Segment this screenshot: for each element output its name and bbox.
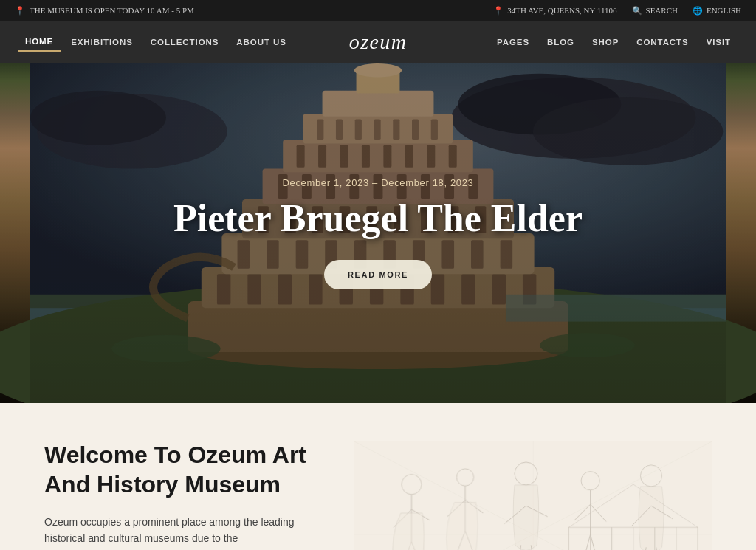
hero-date: December 1, 2023 – December 18, 2023 xyxy=(173,177,583,188)
hero-section: December 1, 2023 – December 18, 2023 Pie… xyxy=(0,63,756,403)
welcome-description: Ozeum occupies a prominent place among t… xyxy=(44,514,325,547)
top-bar: 📍 THE MUSEUM IS OPEN TODAY 10 AM - 5 PM … xyxy=(0,0,756,21)
top-bar-left: 📍 THE MUSEUM IS OPEN TODAY 10 AM - 5 PM xyxy=(15,6,194,16)
museum-hours: THE MUSEUM IS OPEN TODAY 10 AM - 5 PM xyxy=(30,6,194,15)
address-text: 34TH AVE, QUEENS, NY 11106 xyxy=(507,6,616,15)
map-icon: 📍 xyxy=(493,6,504,16)
hero-cta-button[interactable]: READ MORE xyxy=(324,260,432,289)
welcome-sketch xyxy=(354,440,712,550)
site-logo[interactable]: ozeum xyxy=(349,30,408,54)
location-pin-icon: 📍 xyxy=(15,6,25,16)
welcome-image xyxy=(354,440,712,550)
search-label: SEARCH xyxy=(646,6,678,15)
nav-item-visit[interactable]: VISIT xyxy=(699,33,738,51)
language-item[interactable]: 🌐 ENGLISH xyxy=(693,6,741,16)
globe-icon: 🌐 xyxy=(693,6,703,16)
nav-item-about[interactable]: ABOUT US xyxy=(229,33,293,51)
nav-item-blog[interactable]: BLOG xyxy=(540,33,582,51)
hero-content: December 1, 2023 – December 18, 2023 Pie… xyxy=(159,162,597,304)
nav-item-home[interactable]: HOME xyxy=(18,32,61,52)
welcome-section: Welcome To Ozeum Art And History Museum … xyxy=(0,403,756,550)
nav-left: HOME EXHIBITIONS COLLECTIONS ABOUT US xyxy=(18,32,294,52)
nav-item-exhibitions[interactable]: EXHIBITIONS xyxy=(63,33,140,51)
address-item: 📍 34TH AVE, QUEENS, NY 11106 xyxy=(493,6,616,16)
hero-title: Pieter Bruegel The Elder xyxy=(173,197,583,239)
language-label: ENGLISH xyxy=(707,6,741,15)
main-nav: HOME EXHIBITIONS COLLECTIONS ABOUT US oz… xyxy=(0,21,756,63)
nav-item-collections[interactable]: COLLECTIONS xyxy=(143,33,227,51)
search-icon: 🔍 xyxy=(632,6,642,16)
nav-item-pages[interactable]: PAGES xyxy=(489,33,537,51)
welcome-title: Welcome To Ozeum Art And History Museum xyxy=(44,440,325,499)
welcome-text: Welcome To Ozeum Art And History Museum … xyxy=(44,440,325,550)
search-item[interactable]: 🔍 SEARCH xyxy=(632,6,678,16)
top-bar-right: 📍 34TH AVE, QUEENS, NY 11106 🔍 SEARCH 🌐 … xyxy=(493,6,741,16)
nav-right: PAGES BLOG SHOP CONTACTS VISIT xyxy=(489,33,738,51)
nav-item-shop[interactable]: SHOP xyxy=(585,33,626,51)
nav-item-contacts[interactable]: CONTACTS xyxy=(629,33,695,51)
